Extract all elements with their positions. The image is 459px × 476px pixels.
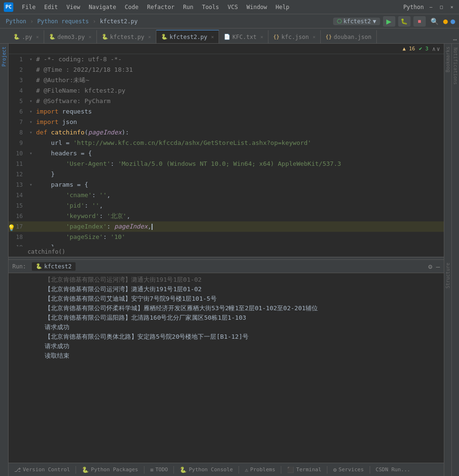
- minimize-button[interactable]: —: [428, 4, 434, 10]
- run-output-wrapper: 【北京肯德基有限公司运河湾】潞通大街191号1层01-02 【北京肯德基有限公司…: [9, 273, 444, 463]
- breadcrumb-python[interactable]: Python: [4, 17, 28, 26]
- tab-kfctest[interactable]: 🐍 kfctest.py ✕: [97, 30, 156, 43]
- code-line-16: 16 'keyword': '北京',: [9, 211, 444, 221]
- fold-1[interactable]: ▾: [28, 54, 34, 65]
- tab-kfc-json[interactable]: {} kfc.json ✕: [268, 30, 321, 43]
- tab-close-kfctest[interactable]: ✕: [148, 34, 151, 39]
- run-config[interactable]: ⎔ kfctest2 ▼: [333, 18, 380, 25]
- fold-6[interactable]: ▾: [28, 106, 34, 117]
- stop-button[interactable]: ■: [413, 16, 426, 27]
- menu-tools[interactable]: Tools: [198, 3, 223, 11]
- notifications-label[interactable]: Notifications: [453, 44, 458, 88]
- tab-close-dotpy[interactable]: ✕: [36, 34, 39, 39]
- fold-16: [28, 211, 34, 221]
- status-version-control[interactable]: ⎇ Version Control: [10, 466, 74, 474]
- menu-edit[interactable]: Edit: [40, 3, 62, 11]
- fold-7[interactable]: ▾: [28, 117, 34, 127]
- tab-douban-json[interactable]: {} douban.json: [321, 30, 377, 43]
- tab-demo3[interactable]: 🐍 demo3.py ✕: [44, 30, 97, 43]
- tab-label-kfctest: kfctest.py: [110, 34, 144, 40]
- code-line-14: 14 'cname': '',: [9, 190, 444, 200]
- bookmarks-label[interactable]: Bookmarks: [445, 44, 450, 75]
- menu-navigate[interactable]: Navigate: [85, 3, 120, 11]
- project-panel-label[interactable]: Project: [1, 44, 7, 69]
- tab-bar: 🐍 .py ✕ 🐍 demo3.py ✕ 🐍 kfctest.py ✕ 🐍 kf…: [0, 29, 459, 44]
- tab-close-kfctest2[interactable]: ✕: [211, 34, 214, 39]
- tab-more-button[interactable]: ⋯: [451, 36, 459, 43]
- title-bar: PC File Edit View Navigate Code Refactor…: [0, 0, 459, 14]
- code-content-8: def catchinfo(pageIndex):: [34, 127, 444, 138]
- output-line-1: 【北京肯德基有限公司运河湾】潞通大街191号1层01-02: [45, 285, 440, 294]
- menu-help[interactable]: Help: [272, 3, 293, 11]
- status-terminal[interactable]: ⬛ Terminal: [283, 466, 325, 474]
- code-line-3: 3 # @Author:未晞~: [9, 75, 444, 86]
- structure-label[interactable]: Structure: [445, 260, 450, 291]
- status-python-console[interactable]: 🐍 Python Console: [176, 466, 237, 474]
- breadcrumb-file[interactable]: kfctest2.py: [98, 17, 139, 26]
- menu-refactor[interactable]: Refactor: [143, 3, 178, 11]
- code-line-5: 5 ▾ # @Software: PyCharm: [9, 96, 444, 106]
- todo-label: TODO: [155, 466, 168, 473]
- menu-file[interactable]: File: [18, 3, 39, 11]
- breadcrumb-requests[interactable]: Python requests: [36, 17, 91, 26]
- status-problems[interactable]: ⚠ Problems: [241, 466, 279, 474]
- tab-kfctest2[interactable]: 🐍 kfctest2.py ✕: [156, 30, 220, 43]
- notifications-panel: Notifications: [451, 44, 459, 476]
- menu-vcs[interactable]: VCS: [224, 3, 242, 11]
- fold-4: [28, 86, 34, 96]
- tab-icon-kfc-txt: 📄: [224, 34, 230, 40]
- code-content-13: params = {: [34, 180, 444, 190]
- code-line-15: 15 'pid': '',: [9, 200, 444, 211]
- status-python-packages[interactable]: 🐍 Python Packages: [78, 466, 142, 474]
- code-content-5: # @Software: PyCharm: [34, 96, 444, 106]
- run-button[interactable]: ▶: [383, 16, 395, 27]
- menu-window[interactable]: Window: [243, 3, 271, 11]
- run-tab-kfctest2[interactable]: 🐍 kfctest2: [32, 262, 76, 271]
- update-button[interactable]: ●: [450, 17, 455, 26]
- code-line-17: 17 💡 'pageIndex': pageIndex,: [9, 221, 444, 232]
- search-button[interactable]: 🔍: [429, 17, 440, 26]
- python-console-icon: 🐍: [180, 466, 187, 473]
- status-csdn-run[interactable]: CSDN Run...: [372, 466, 414, 474]
- fold-10[interactable]: ▾: [28, 148, 34, 159]
- prev-issue-button[interactable]: ∧: [432, 46, 436, 52]
- title-right: Python — □ ✕: [403, 4, 455, 10]
- debug-icon: 🐛: [401, 18, 408, 25]
- next-issue-button[interactable]: ∨: [437, 46, 440, 52]
- status-todo[interactable]: ≡ TODO: [146, 466, 172, 474]
- editor-area[interactable]: ▲ 16 ✔ 3 ∧ ∨ 1 ▾ # -*- coding: utf-8 -*-: [9, 44, 444, 247]
- app-logo: PC: [4, 2, 13, 12]
- line-num-9: 9: [9, 138, 28, 148]
- status-services[interactable]: ⚙ Services: [329, 466, 367, 474]
- output-line-5: 请求成功: [45, 323, 440, 332]
- fold-5[interactable]: ▾: [28, 96, 34, 106]
- line-num-13: 13: [9, 180, 28, 190]
- status-sep-3: [173, 466, 174, 474]
- code-area[interactable]: 1 ▾ # -*- coding: utf-8 -*- 2 # @Time : …: [9, 54, 444, 247]
- tab-icon-dotpy: 🐍: [13, 34, 20, 40]
- fold-13[interactable]: ▾: [28, 180, 34, 190]
- code-content-19: }: [34, 242, 444, 247]
- debug-button[interactable]: 🐛: [398, 16, 411, 27]
- tab-label-douban-json: douban.json: [334, 34, 371, 40]
- menu-run[interactable]: Run: [179, 3, 197, 11]
- terminal-icon: ⬛: [287, 466, 294, 473]
- tab-dotpy[interactable]: 🐍 .py ✕: [9, 30, 44, 43]
- close-button[interactable]: ✕: [449, 4, 455, 10]
- line-num-1: 1: [9, 54, 28, 65]
- tab-close-kfc-txt[interactable]: ✕: [260, 34, 263, 39]
- fold-8[interactable]: ▾: [28, 127, 34, 138]
- maximize-button[interactable]: □: [438, 4, 445, 10]
- tab-kfc-txt[interactable]: 📄 KFC.txt ✕: [219, 30, 268, 43]
- run-settings-button[interactable]: ⚙: [428, 263, 432, 270]
- output-line-7: 请求成功: [45, 342, 440, 351]
- tab-close-demo3[interactable]: ✕: [89, 34, 92, 39]
- run-close-button[interactable]: —: [436, 263, 440, 270]
- todo-icon: ≡: [150, 466, 153, 473]
- profile-button[interactable]: ●: [443, 17, 448, 26]
- tab-label-kfc-json: kfc.json: [281, 34, 309, 40]
- output-line-2: 【北京肯德基有限公司艾迪城】安宁街7号院9号楼1层101-5号: [45, 294, 440, 304]
- menu-view[interactable]: View: [63, 3, 84, 11]
- tab-close-kfc-json[interactable]: ✕: [313, 34, 316, 39]
- menu-code[interactable]: Code: [121, 3, 143, 11]
